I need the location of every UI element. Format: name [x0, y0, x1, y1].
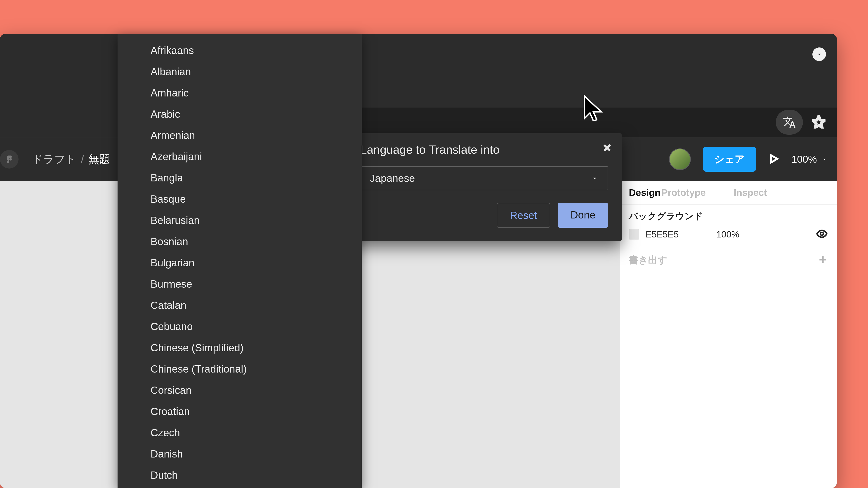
- language-option[interactable]: Burmese: [118, 273, 362, 295]
- language-option[interactable]: Albanian: [118, 61, 362, 82]
- eye-icon: [816, 228, 828, 240]
- language-option[interactable]: English: [118, 486, 362, 488]
- language-option[interactable]: Chinese (Simplified): [118, 337, 362, 358]
- language-option[interactable]: Cebuano: [118, 316, 362, 337]
- svg-point-0: [9, 158, 12, 160]
- language-option[interactable]: Amharic: [118, 82, 362, 103]
- language-option[interactable]: Corsican: [118, 380, 362, 401]
- language-selected-value: Japanese: [370, 172, 415, 184]
- language-option[interactable]: Arabic: [118, 103, 362, 125]
- close-icon: [602, 143, 612, 153]
- dialog-close-button[interactable]: [602, 143, 612, 154]
- visibility-toggle[interactable]: [816, 228, 828, 240]
- background-title: バックグラウンド: [629, 210, 706, 222]
- chevron-down-icon: [591, 174, 598, 182]
- figma-icon: [4, 154, 14, 164]
- svg-point-1: [820, 232, 824, 235]
- dialog-title: Language to Translate into: [360, 143, 608, 156]
- reset-button[interactable]: Reset: [497, 203, 550, 228]
- tab-prototype[interactable]: Prototype: [661, 187, 706, 198]
- breadcrumb-file[interactable]: 無題: [88, 152, 110, 166]
- dialog-buttons: Reset Done: [360, 203, 608, 228]
- chevron-down-icon: [821, 156, 828, 163]
- bookmark-star-button[interactable]: [812, 115, 826, 129]
- add-export-button[interactable]: [818, 255, 828, 265]
- color-opacity[interactable]: 100%: [716, 229, 739, 239]
- language-option[interactable]: Basque: [118, 188, 362, 210]
- language-option[interactable]: Dutch: [118, 464, 362, 486]
- avatar[interactable]: [669, 149, 691, 170]
- breadcrumb-folder[interactable]: ドラフト: [32, 152, 76, 166]
- language-option[interactable]: Danish: [118, 443, 362, 464]
- language-option[interactable]: Bulgarian: [118, 252, 362, 273]
- tab-inspect[interactable]: Inspect: [734, 187, 767, 198]
- language-option[interactable]: Catalan: [118, 295, 362, 316]
- language-option[interactable]: Afrikaans: [118, 40, 362, 61]
- language-option[interactable]: Belarusian: [118, 210, 362, 231]
- background-fill-row: E5E5E5 100%: [629, 228, 828, 240]
- language-option[interactable]: Croatian: [118, 401, 362, 422]
- translate-dialog: Language to Translate into Japanese Rese…: [339, 133, 622, 241]
- inspector-tabs: Design Prototype Inspect: [620, 181, 837, 205]
- background-section: バックグラウンド E5E5E5 100%: [620, 205, 837, 248]
- language-option[interactable]: Chinese (Traditional): [118, 358, 362, 380]
- color-swatch[interactable]: [629, 229, 639, 239]
- plus-icon: [818, 255, 828, 265]
- url-icons: [776, 107, 826, 137]
- export-label: 書き出す: [629, 254, 667, 266]
- color-hex[interactable]: E5E5E5: [646, 229, 679, 239]
- zoom-control[interactable]: 100%: [792, 154, 828, 165]
- language-option[interactable]: Bangla: [118, 167, 362, 188]
- language-select[interactable]: Japanese: [360, 166, 608, 190]
- figma-logo[interactable]: [0, 150, 19, 168]
- tab-design[interactable]: Design: [629, 187, 660, 198]
- language-dropdown[interactable]: AfrikaansAlbanianAmharicArabicArmenianAz…: [118, 34, 362, 488]
- chevron-down-icon: [816, 51, 822, 57]
- breadcrumb-separator: /: [81, 153, 84, 165]
- inspector-panel: Design Prototype Inspect バックグラウンド E5E5E5…: [620, 181, 837, 488]
- language-option[interactable]: Armenian: [118, 125, 362, 146]
- overflow-menu-button[interactable]: [812, 47, 826, 61]
- zoom-label: 100%: [792, 154, 817, 165]
- language-option[interactable]: Azerbaijani: [118, 146, 362, 167]
- header-right-cluster: シェア 100%: [669, 137, 828, 181]
- language-option[interactable]: Bosnian: [118, 231, 362, 252]
- present-button[interactable]: [768, 153, 779, 165]
- breadcrumb: ドラフト / 無題: [32, 152, 110, 166]
- done-button[interactable]: Done: [558, 203, 608, 228]
- language-option[interactable]: Czech: [118, 422, 362, 443]
- export-section: 書き出す: [620, 248, 837, 273]
- play-icon: [768, 153, 779, 164]
- share-button[interactable]: シェア: [703, 147, 756, 172]
- star-icon: [812, 115, 826, 129]
- translate-icon: [782, 116, 796, 129]
- translate-button[interactable]: [776, 110, 803, 135]
